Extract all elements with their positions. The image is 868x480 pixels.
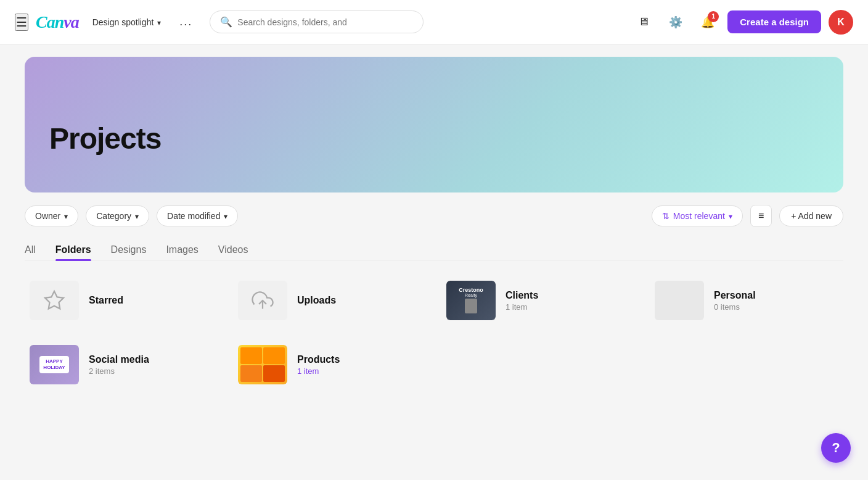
spotlight-chevron-icon <box>157 17 161 27</box>
search-input[interactable] <box>237 17 413 27</box>
tab-designs[interactable]: Designs <box>111 239 147 260</box>
folder-starred[interactable]: Starred <box>25 276 218 325</box>
settings-icon-button[interactable]: ⚙️ <box>663 10 688 35</box>
folder-clients-icon: Crestono Realty <box>446 281 496 320</box>
folder-personal-meta: 0 items <box>714 302 838 312</box>
create-design-button[interactable]: Create a design <box>727 10 821 33</box>
spotlight-label: Design spotlight <box>92 17 154 27</box>
main-content: Projects Owner Category Date modified ⇅ … <box>0 57 868 414</box>
content-tabs: All Folders Designs Images Videos <box>25 239 843 261</box>
notification-badge: 1 <box>708 11 719 22</box>
folder-personal[interactable]: Personal 0 items <box>650 276 843 325</box>
folder-clients-name: Clients <box>506 290 630 301</box>
canva-logo[interactable]: Canva <box>36 12 79 32</box>
notification-bell-button[interactable]: 🔔 1 <box>695 10 720 35</box>
owner-chevron-icon <box>64 211 68 221</box>
folder-social-meta: 2 items <box>89 366 213 376</box>
hamburger-button[interactable]: ☰ <box>15 14 28 31</box>
folder-personal-icon <box>655 281 704 320</box>
page-title: Projects <box>49 122 161 155</box>
list-view-button[interactable]: ≡ <box>750 205 772 227</box>
folder-starred-icon <box>30 281 79 320</box>
folder-personal-name: Personal <box>714 290 838 301</box>
folder-social-media[interactable]: HAPPYHOLIDAY Social media 2 items <box>25 340 218 389</box>
sort-arrows-icon: ⇅ <box>662 211 669 221</box>
tab-folders[interactable]: Folders <box>55 239 91 260</box>
owner-filter[interactable]: Owner <box>25 205 78 226</box>
monitor-icon: 🖥 <box>638 15 649 28</box>
folder-products-name: Products <box>297 354 422 365</box>
folder-products[interactable]: Products 1 item <box>233 340 427 389</box>
tab-images[interactable]: Images <box>166 239 198 260</box>
sort-chevron-icon <box>729 211 732 221</box>
category-filter[interactable]: Category <box>86 205 149 226</box>
settings-icon: ⚙️ <box>669 15 682 29</box>
navbar: ☰ Canva Design spotlight ... 🔍 🖥 ⚙️ 🔔 1 … <box>0 0 868 44</box>
add-new-button[interactable]: + Add new <box>779 205 843 226</box>
date-filter[interactable]: Date modified <box>157 205 238 226</box>
tab-videos[interactable]: Videos <box>218 239 248 260</box>
search-icon: 🔍 <box>220 16 232 28</box>
tab-all[interactable]: All <box>25 239 36 260</box>
help-button[interactable]: ? <box>821 433 851 463</box>
avatar[interactable]: K <box>829 10 853 35</box>
hero-banner: Projects <box>25 57 843 192</box>
category-chevron-icon <box>135 211 139 221</box>
date-chevron-icon <box>224 211 227 221</box>
monitor-icon-button[interactable]: 🖥 <box>631 10 656 35</box>
folder-uploads-name: Uploads <box>297 295 422 306</box>
folder-uploads-icon <box>238 281 287 320</box>
folder-social-icon: HAPPYHOLIDAY <box>30 345 79 384</box>
search-bar[interactable]: 🔍 <box>210 10 424 33</box>
folder-products-icon <box>238 345 287 384</box>
folder-grid: Starred Uploads Crestono <box>25 276 843 389</box>
design-spotlight-dropdown[interactable]: Design spotlight <box>86 14 168 31</box>
folder-starred-name: Starred <box>89 295 213 306</box>
svg-marker-0 <box>45 291 63 309</box>
folder-products-meta: 1 item <box>297 366 422 376</box>
filter-bar: Owner Category Date modified ⇅ Most rele… <box>25 205 843 227</box>
sort-button[interactable]: ⇅ Most relevant <box>652 205 743 226</box>
folder-clients[interactable]: Crestono Realty Clients 1 item <box>441 276 635 325</box>
more-options-button[interactable]: ... <box>174 12 197 32</box>
folder-uploads[interactable]: Uploads <box>233 276 427 325</box>
list-view-icon: ≡ <box>758 210 764 221</box>
folder-social-name: Social media <box>89 354 213 365</box>
folder-clients-meta: 1 item <box>506 302 630 312</box>
